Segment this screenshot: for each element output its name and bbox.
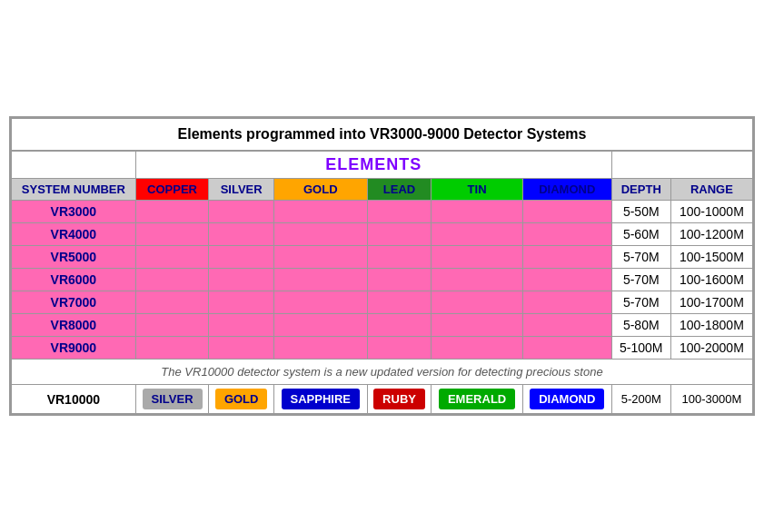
element-cell: [273, 269, 367, 291]
element-cell: [135, 269, 209, 291]
copper-header: COPPER: [135, 179, 209, 201]
element-cell: [135, 246, 209, 269]
element-cell: [522, 246, 611, 269]
depth-cell: 5-50M: [611, 201, 670, 223]
table-row: VR40005-60M100-1200M: [12, 223, 753, 246]
range-cell: 100-1800M: [670, 314, 752, 337]
system-number-cell: VR4000: [12, 223, 136, 246]
depth-header: DEPTH: [611, 179, 670, 201]
lead-header: LEAD: [367, 179, 432, 201]
note-text: The VR10000 detector system is a new upd…: [12, 360, 753, 385]
depth-cell: 5-60M: [611, 223, 670, 246]
element-cell: [522, 314, 611, 337]
elements-label-cell: ELEMENTS: [135, 151, 611, 179]
main-table-wrapper: Elements programmed into VR3000-9000 Det…: [9, 116, 755, 416]
vr10000-element-diamond: DIAMOND: [522, 385, 611, 414]
elements-label-text: ELEMENTS: [325, 155, 422, 173]
depth-cell: 5-80M: [611, 314, 670, 337]
depth-cell: 5-100M: [611, 337, 670, 360]
element-cell: [209, 201, 274, 223]
element-cell: [367, 337, 432, 360]
system-number-cell: VR7000: [12, 291, 136, 314]
table-row: VR80005-80M100-1800M: [12, 314, 753, 337]
system-number-header: SYSTEM NUMBER: [12, 179, 136, 201]
element-cell: [522, 269, 611, 291]
empty-cell-2: [611, 151, 752, 179]
table-row: VR30005-50M100-1000M: [12, 201, 753, 223]
element-cell: [209, 269, 274, 291]
table-row: VR90005-100M100-2000M: [12, 337, 753, 360]
table-row: VR60005-70M100-1600M: [12, 269, 753, 291]
element-cell: [273, 201, 367, 223]
empty-cell-1: [12, 151, 136, 179]
element-cell: [273, 337, 367, 360]
diamond-header: DIAMOND: [522, 179, 611, 201]
system-number-cell: VR9000: [12, 337, 136, 360]
element-cell: [522, 291, 611, 314]
element-cell: [209, 246, 274, 269]
element-cell: [432, 201, 522, 223]
vr10000-element-silver: SILVER: [135, 385, 209, 414]
vr10000-system-cell: VR10000: [12, 385, 136, 414]
element-cell: [209, 337, 274, 360]
table-row: VR50005-70M100-1500M: [12, 246, 753, 269]
range-header: RANGE: [670, 179, 752, 201]
element-cell: [432, 337, 522, 360]
element-cell: [273, 223, 367, 246]
element-cell: [367, 314, 432, 337]
range-cell: 100-1700M: [670, 291, 752, 314]
element-cell: [367, 246, 432, 269]
depth-cell: 5-70M: [611, 246, 670, 269]
element-cell: [209, 223, 274, 246]
element-cell: [209, 314, 274, 337]
element-cell: [135, 291, 209, 314]
vr10000-row: VR10000SILVERGOLDSAPPHIRERUBYEMERALDDIAM…: [12, 385, 753, 414]
element-cell: [432, 291, 522, 314]
range-cell: 100-1200M: [670, 223, 752, 246]
element-cell: [522, 223, 611, 246]
element-cell: [209, 291, 274, 314]
vr10000-range-cell: 100-3000M: [670, 385, 752, 414]
vr10000-depth-cell: 5-200M: [611, 385, 670, 414]
element-cell: [367, 269, 432, 291]
element-cell: [273, 314, 367, 337]
element-cell: [135, 314, 209, 337]
vr10000-element-gold: GOLD: [209, 385, 274, 414]
element-cell: [522, 337, 611, 360]
vr10000-element-emerald: EMERALD: [432, 385, 522, 414]
table-row: VR70005-70M100-1700M: [12, 291, 753, 314]
element-cell: [367, 291, 432, 314]
vr10000-element-ruby: RUBY: [367, 385, 432, 414]
gold-header: GOLD: [273, 179, 367, 201]
table-title: Elements programmed into VR3000-9000 Det…: [12, 119, 753, 152]
element-cell: [273, 291, 367, 314]
range-cell: 100-1000M: [670, 201, 752, 223]
element-cell: [432, 269, 522, 291]
range-cell: 100-1600M: [670, 269, 752, 291]
header-row: SYSTEM NUMBER COPPER SILVER GOLD LEAD TI…: [12, 179, 753, 201]
depth-cell: 5-70M: [611, 269, 670, 291]
note-row: The VR10000 detector system is a new upd…: [12, 360, 753, 385]
element-cell: [432, 314, 522, 337]
silver-header: SILVER: [209, 179, 274, 201]
element-cell: [432, 223, 522, 246]
element-cell: [522, 201, 611, 223]
vr10000-element-sapphire: SAPPHIRE: [273, 385, 367, 414]
elements-label-row: ELEMENTS: [12, 151, 753, 179]
element-cell: [135, 337, 209, 360]
range-cell: 100-1500M: [670, 246, 752, 269]
system-number-cell: VR8000: [12, 314, 136, 337]
system-number-cell: VR3000: [12, 201, 136, 223]
depth-cell: 5-70M: [611, 291, 670, 314]
element-cell: [432, 246, 522, 269]
system-number-cell: VR5000: [12, 246, 136, 269]
element-cell: [367, 223, 432, 246]
range-cell: 100-2000M: [670, 337, 752, 360]
system-number-cell: VR6000: [12, 269, 136, 291]
tin-header: TIN: [432, 179, 522, 201]
element-cell: [135, 201, 209, 223]
element-cell: [273, 246, 367, 269]
element-cell: [135, 223, 209, 246]
title-row: Elements programmed into VR3000-9000 Det…: [12, 119, 753, 152]
element-cell: [367, 201, 432, 223]
